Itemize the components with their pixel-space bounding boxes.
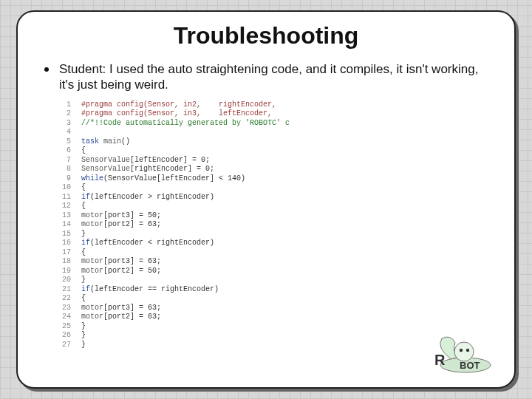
code-token: task: [81, 137, 103, 147]
line-number: 27: [55, 341, 71, 350]
code-token: SensorValue: [81, 165, 130, 174]
line-number: 2: [55, 109, 71, 119]
code-line: 9while(SensorValue[leftEncoder] < 140): [55, 174, 492, 184]
bullet-item: Student: I used the auto straightening c…: [44, 61, 492, 93]
code-token: if: [81, 193, 90, 202]
code-token: #pragma config(Sensor, in2, rightEncoder…: [81, 100, 276, 110]
code-block: 1#pragma config(Sensor, in2, rightEncode…: [55, 100, 492, 350]
line-number: 5: [55, 137, 71, 147]
line-number: 20: [55, 276, 71, 285]
line-number: 23: [55, 304, 71, 313]
code-line: 10{: [55, 183, 492, 193]
code-token: motor: [81, 220, 103, 230]
code-line: 16if(leftEncoder < rightEncoder): [55, 239, 492, 248]
line-number: 19: [55, 267, 71, 276]
code-token: {: [81, 248, 86, 258]
svg-point-1: [454, 342, 474, 361]
code-line: 11if(leftEncoder > rightEncoder): [55, 193, 492, 202]
line-number: 21: [55, 285, 71, 295]
line-number: 25: [55, 322, 71, 332]
line-number: 16: [55, 239, 71, 248]
code-line: 15}: [55, 230, 492, 239]
line-number: 18: [55, 257, 71, 267]
code-token: [leftEncoder] = 0;: [130, 156, 210, 166]
code-token: }: [81, 331, 86, 341]
code-token: main: [103, 137, 121, 147]
code-token: }: [81, 276, 86, 285]
code-line: 13motor[port3] = 50;: [55, 211, 492, 221]
code-token: [port2] = 50;: [103, 267, 161, 276]
code-token: [port3] = 63;: [103, 257, 161, 267]
bullet-text: Student: I used the auto straightening c…: [59, 61, 492, 93]
code-line: 23motor[port3] = 63;: [55, 304, 492, 313]
code-token: (SensorValue[leftEncoder] < 140): [103, 174, 245, 184]
robotc-logo: R BOT: [421, 332, 495, 374]
code-line: 1#pragma config(Sensor, in2, rightEncode…: [55, 100, 492, 110]
bullet-dot-icon: [44, 67, 49, 72]
code-line: 12{: [55, 202, 492, 211]
line-number: 15: [55, 230, 71, 239]
line-number: 1: [55, 100, 71, 110]
code-token: motor: [81, 313, 103, 322]
line-number: 9: [55, 174, 71, 184]
code-token: motor: [81, 257, 103, 267]
code-token: motor: [81, 211, 103, 221]
code-line: 3//*!!Code automatically generated by 'R…: [55, 119, 492, 129]
line-number: 8: [55, 165, 71, 174]
line-number: 3: [55, 119, 71, 129]
code-line: 21if(leftEncoder == rightEncoder): [55, 285, 492, 295]
code-line: 18motor[port3] = 63;: [55, 257, 492, 267]
code-token: (leftEncoder > rightEncoder): [90, 193, 214, 202]
code-line: 14motor[port2] = 63;: [55, 220, 492, 230]
code-token: if: [81, 239, 90, 248]
code-token: [rightEncoder] = 0;: [130, 165, 214, 174]
code-token: }: [81, 322, 86, 332]
slide-title: Troubleshooting: [40, 22, 492, 50]
code-token: [port3] = 63;: [103, 304, 161, 313]
line-number: 11: [55, 193, 71, 202]
line-number: 10: [55, 183, 71, 193]
code-line: 2#pragma config(Sensor, in3, leftEncoder…: [55, 109, 492, 119]
code-line: 17{: [55, 248, 492, 258]
line-number: 7: [55, 156, 71, 166]
code-token: if: [81, 285, 90, 295]
code-token: {: [81, 146, 86, 156]
code-line: 24motor[port2] = 63;: [55, 313, 492, 322]
code-token: {: [81, 183, 86, 193]
code-token: SensorValue: [81, 156, 130, 166]
code-line: 25}: [55, 322, 492, 332]
code-token: {: [81, 294, 86, 304]
line-number: 6: [55, 146, 71, 156]
line-number: 4: [55, 128, 71, 137]
line-number: 26: [55, 331, 71, 341]
logo-letter-r: R: [434, 352, 446, 368]
code-token: (leftEncoder == rightEncoder): [90, 285, 219, 295]
code-token: while: [81, 174, 103, 184]
code-token: //*!!Code automatically generated by 'RO…: [81, 119, 290, 129]
code-token: [port2] = 63;: [103, 220, 161, 230]
line-number: 24: [55, 313, 71, 322]
line-number: 13: [55, 211, 71, 221]
code-token: (leftEncoder < rightEncoder): [90, 239, 214, 248]
slide-card: Troubleshooting Student: I used the auto…: [16, 10, 516, 389]
code-token: }: [81, 230, 86, 239]
code-token: motor: [81, 304, 103, 313]
code-token: {: [81, 202, 86, 211]
code-line: 20}: [55, 276, 492, 285]
code-token: (): [121, 137, 130, 147]
code-line: 4: [55, 128, 492, 137]
code-token: [port2] = 63;: [103, 313, 161, 322]
logo-text-bot: BOT: [460, 360, 480, 371]
code-line: 22{: [55, 294, 492, 304]
code-line: 8SensorValue[rightEncoder] = 0;: [55, 165, 492, 174]
line-number: 12: [55, 202, 71, 211]
line-number: 17: [55, 248, 71, 258]
code-token: }: [81, 341, 86, 350]
code-token: motor: [81, 267, 103, 276]
code-token: [port3] = 50;: [103, 211, 161, 221]
code-line: 19motor[port2] = 50;: [55, 267, 492, 276]
line-number: 22: [55, 294, 71, 304]
code-line: 5task main(): [55, 137, 492, 147]
svg-point-3: [466, 349, 469, 352]
line-number: 14: [55, 220, 71, 230]
